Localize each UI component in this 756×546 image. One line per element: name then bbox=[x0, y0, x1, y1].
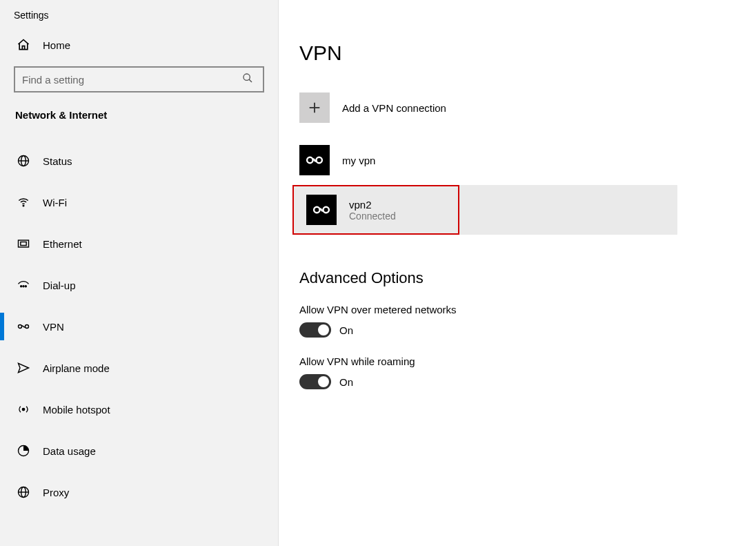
search-icon bbox=[242, 72, 256, 86]
data-usage-icon bbox=[15, 442, 32, 459]
vpn-connection-icon bbox=[306, 195, 337, 225]
svg-point-10 bbox=[25, 286, 26, 287]
proxy-icon bbox=[15, 484, 32, 500]
airplane-icon bbox=[15, 360, 32, 376]
nav-item-wifi[interactable]: Wi-Fi bbox=[0, 182, 278, 223]
search-field[interactable] bbox=[22, 74, 242, 86]
vpn-connection-icon bbox=[299, 145, 330, 175]
home-icon bbox=[15, 37, 32, 53]
svg-rect-7 bbox=[21, 242, 26, 246]
vpn-icon bbox=[15, 318, 32, 335]
option-metered: Allow VPN over metered networks On bbox=[299, 304, 756, 338]
svg-point-12 bbox=[26, 325, 29, 329]
sidebar: Settings Home bbox=[0, 0, 279, 546]
main-content: VPN Add a VPN connection bbox=[279, 0, 756, 546]
nav-list: Status Wi-Fi bbox=[0, 140, 278, 513]
section-header: Network & Internet bbox=[0, 105, 278, 125]
add-vpn-button[interactable]: Add a VPN connection bbox=[299, 92, 756, 123]
globe-icon bbox=[15, 153, 32, 169]
nav-item-vpn[interactable]: VPN bbox=[0, 306, 278, 347]
svg-point-11 bbox=[19, 325, 22, 329]
toggle-state: On bbox=[339, 324, 353, 336]
nav-label: Data usage bbox=[43, 445, 96, 457]
ethernet-icon bbox=[15, 235, 32, 252]
nav-item-proxy[interactable]: Proxy bbox=[0, 471, 278, 513]
svg-point-23 bbox=[323, 207, 329, 213]
toggle-metered[interactable] bbox=[299, 322, 331, 338]
option-roaming: Allow VPN while roaming On bbox=[299, 355, 756, 389]
dialup-icon bbox=[15, 277, 32, 293]
nav-label: Airplane mode bbox=[43, 362, 110, 374]
vpn-connection-item[interactable]: my vpn bbox=[299, 142, 756, 178]
search-input[interactable] bbox=[14, 66, 264, 92]
svg-point-20 bbox=[307, 157, 313, 164]
toggle-state: On bbox=[339, 376, 353, 388]
svg-point-8 bbox=[21, 286, 22, 287]
vpn-name: my vpn bbox=[342, 155, 375, 166]
plus-icon bbox=[299, 92, 330, 123]
svg-point-22 bbox=[314, 207, 320, 213]
svg-point-13 bbox=[22, 408, 24, 410]
svg-point-21 bbox=[316, 157, 322, 164]
nav-label: Wi-Fi bbox=[43, 197, 67, 208]
svg-point-5 bbox=[23, 205, 24, 206]
home-button[interactable]: Home bbox=[0, 29, 278, 61]
vpn-name: vpn2 bbox=[349, 199, 396, 211]
nav-item-datausage[interactable]: Data usage bbox=[0, 430, 278, 471]
option-label: Allow VPN over metered networks bbox=[299, 304, 756, 315]
vpn-status: Connected bbox=[349, 211, 396, 222]
nav-label: VPN bbox=[43, 321, 64, 333]
nav-item-airplane[interactable]: Airplane mode bbox=[0, 347, 278, 389]
vpn-connection-item[interactable]: vpn2 Connected bbox=[306, 192, 670, 228]
nav-label: Ethernet bbox=[43, 238, 82, 250]
add-vpn-label: Add a VPN connection bbox=[342, 102, 446, 114]
window-title: Settings bbox=[0, 0, 278, 29]
nav-label: Mobile hotspot bbox=[43, 404, 110, 416]
svg-point-0 bbox=[243, 74, 250, 80]
wifi-icon bbox=[15, 194, 32, 211]
nav-item-hotspot[interactable]: Mobile hotspot bbox=[0, 389, 278, 430]
toggle-roaming[interactable] bbox=[299, 374, 331, 389]
svg-line-1 bbox=[249, 79, 252, 82]
nav-item-status[interactable]: Status bbox=[0, 140, 278, 182]
home-label: Home bbox=[43, 39, 70, 51]
svg-rect-6 bbox=[19, 240, 29, 247]
nav-item-ethernet[interactable]: Ethernet bbox=[0, 223, 278, 264]
advanced-options-title: Advanced Options bbox=[299, 269, 756, 287]
vpn-connection-selected[interactable]: vpn2 Connected bbox=[292, 185, 677, 235]
nav-label: Status bbox=[43, 155, 72, 167]
nav-label: Proxy bbox=[43, 487, 69, 498]
nav-label: Dial-up bbox=[43, 280, 76, 291]
hotspot-icon bbox=[15, 401, 32, 418]
svg-point-9 bbox=[23, 286, 24, 287]
page-title: VPN bbox=[299, 41, 756, 65]
option-label: Allow VPN while roaming bbox=[299, 355, 756, 367]
nav-item-dialup[interactable]: Dial-up bbox=[0, 264, 278, 306]
